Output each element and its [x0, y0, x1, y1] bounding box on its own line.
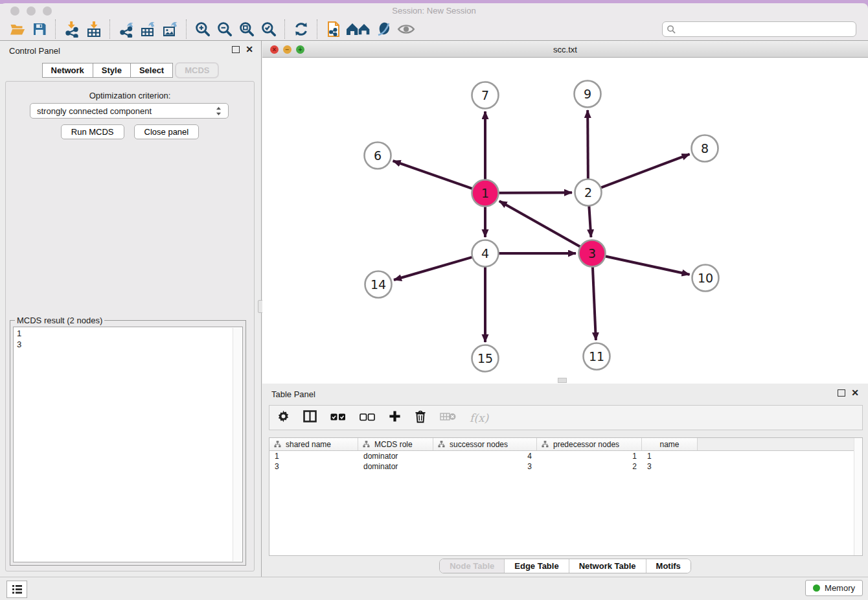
- table-row[interactable]: 1dominator411: [269, 451, 862, 461]
- graph-edge-2-9[interactable]: [588, 110, 588, 179]
- zoom-fit-icon[interactable]: [236, 19, 258, 40]
- import-network-icon[interactable]: [61, 19, 83, 40]
- graph-node-11[interactable]: 11: [584, 343, 610, 370]
- column-layout-icon[interactable]: [303, 410, 317, 425]
- close-panel-button[interactable]: Close panel: [134, 124, 200, 139]
- table-row[interactable]: 3dominator323: [269, 461, 862, 472]
- table-cell[interactable]: 1: [642, 452, 698, 461]
- open-file-icon[interactable]: [6, 19, 29, 40]
- column-header-successor-nodes[interactable]: successor nodes: [433, 438, 537, 450]
- refresh-icon[interactable]: [290, 19, 312, 40]
- minimize-view-icon[interactable]: −: [283, 45, 291, 54]
- float-panel-icon[interactable]: [232, 46, 240, 53]
- graph-node-8[interactable]: 8: [692, 135, 718, 162]
- mcds-result-list[interactable]: 13: [13, 327, 243, 562]
- control-tab-network[interactable]: Network: [42, 63, 93, 78]
- zoom-window-icon[interactable]: [43, 6, 52, 16]
- memory-status-icon: [813, 584, 820, 592]
- column-header-predecessor-nodes[interactable]: predecessor nodes: [537, 438, 642, 450]
- control-tab-select[interactable]: Select: [131, 63, 173, 78]
- network-canvas[interactable]: 7968124314101511: [262, 58, 868, 384]
- hide-details-icon[interactable]: [373, 19, 395, 40]
- search-input[interactable]: [679, 24, 852, 35]
- mcds-tab-content: Optimization criterion: strongly connect…: [5, 81, 255, 571]
- float-table-panel-icon[interactable]: [838, 389, 845, 397]
- close-window-icon[interactable]: [10, 6, 19, 16]
- gear-icon[interactable]: [277, 410, 290, 425]
- export-image-icon[interactable]: [159, 19, 181, 40]
- minimize-window-icon[interactable]: [27, 6, 36, 16]
- table-tab-node-table[interactable]: Node Table: [440, 559, 504, 573]
- delete-column-icon[interactable]: [415, 410, 426, 426]
- search-icon: [667, 25, 676, 34]
- svg-text:15: 15: [477, 351, 493, 365]
- graph-node-9[interactable]: 9: [575, 81, 601, 108]
- table-cell[interactable]: dominator: [358, 452, 433, 461]
- run-mcds-button[interactable]: Run MCDS: [61, 124, 124, 139]
- table-cell[interactable]: 1: [269, 452, 358, 461]
- export-table-icon[interactable]: [137, 19, 159, 40]
- graph-node-15[interactable]: 15: [472, 345, 499, 372]
- graph-node-4[interactable]: 4: [472, 240, 499, 267]
- zoom-selected-icon[interactable]: [258, 19, 280, 40]
- table-cell[interactable]: 4: [433, 452, 537, 461]
- zoom-in-icon[interactable]: [192, 19, 214, 40]
- column-header-mcds-role[interactable]: MCDS role: [358, 438, 433, 450]
- graph-node-6[interactable]: 6: [365, 143, 391, 169]
- graph-edge-3-11[interactable]: [593, 267, 596, 340]
- table-cell[interactable]: 3: [642, 462, 698, 471]
- delete-table-icon[interactable]: [440, 411, 456, 424]
- task-history-button[interactable]: [6, 581, 27, 598]
- close-panel-icon[interactable]: ✕: [246, 45, 253, 53]
- optimization-criterion-select[interactable]: strongly connected component: [30, 103, 229, 119]
- memory-button[interactable]: Memory: [805, 580, 863, 596]
- clone-network-icon[interactable]: [323, 19, 345, 40]
- graph-node-7[interactable]: 7: [472, 82, 499, 109]
- control-tab-style[interactable]: Style: [93, 63, 131, 78]
- table-cell[interactable]: 3: [433, 462, 537, 471]
- result-scrollbar[interactable]: [233, 328, 242, 561]
- node-table-body: 1dominator4113dominator323: [269, 451, 862, 472]
- graph-node-3[interactable]: 3: [579, 240, 606, 267]
- table-cell[interactable]: 2: [537, 462, 642, 471]
- eye-icon[interactable]: [395, 19, 417, 40]
- table-cell[interactable]: 1: [537, 452, 642, 461]
- graph-node-14[interactable]: 14: [365, 271, 392, 298]
- function-builder-icon[interactable]: f(x): [470, 411, 488, 424]
- table-tab-network-table[interactable]: Network Table: [569, 559, 646, 573]
- column-header-shared-name[interactable]: shared name: [269, 438, 358, 450]
- add-column-icon[interactable]: [389, 410, 401, 425]
- save-session-icon[interactable]: [29, 19, 51, 40]
- import-table-icon[interactable]: [83, 19, 105, 40]
- graph-edge-1-6[interactable]: [393, 161, 473, 189]
- table-cell[interactable]: dominator: [358, 462, 433, 471]
- graph-node-1[interactable]: 1: [472, 180, 499, 207]
- graph-node-2[interactable]: 2: [575, 179, 602, 206]
- select-all-columns-icon[interactable]: [330, 412, 346, 424]
- home-icon[interactable]: [345, 19, 373, 40]
- table-tab-edge-table[interactable]: Edge Table: [504, 559, 568, 573]
- graph-edge-4-14[interactable]: [394, 257, 472, 280]
- maximize-view-icon[interactable]: +: [296, 45, 304, 54]
- svg-text:9: 9: [584, 87, 591, 101]
- column-header-name[interactable]: name: [642, 438, 698, 450]
- export-network-icon[interactable]: [115, 19, 137, 40]
- graph-edge-3-1[interactable]: [499, 201, 580, 246]
- node-table[interactable]: shared nameMCDS rolesuccessor nodesprede…: [269, 437, 863, 556]
- graph-edge-1-2[interactable]: [499, 192, 572, 193]
- close-view-icon[interactable]: ×: [270, 45, 279, 54]
- search-field[interactable]: [662, 21, 856, 37]
- graph-edge-3-10[interactable]: [606, 256, 690, 274]
- close-table-panel-icon[interactable]: ✕: [851, 389, 859, 397]
- table-scrollbar[interactable]: [854, 438, 862, 555]
- canvas-scrollbar-handle[interactable]: [558, 378, 567, 383]
- table-tab-motifs[interactable]: Motifs: [646, 559, 691, 573]
- graph-edge-2-8[interactable]: [601, 154, 690, 188]
- zoom-out-icon[interactable]: [214, 19, 236, 40]
- table-cell[interactable]: 3: [269, 462, 358, 471]
- toolbar-separator: [186, 19, 187, 39]
- control-tab-mcds[interactable]: MCDS: [175, 62, 219, 78]
- graph-node-10[interactable]: 10: [692, 265, 719, 292]
- deselect-all-columns-icon[interactable]: [360, 412, 375, 424]
- graph-edge-2-3[interactable]: [589, 206, 591, 237]
